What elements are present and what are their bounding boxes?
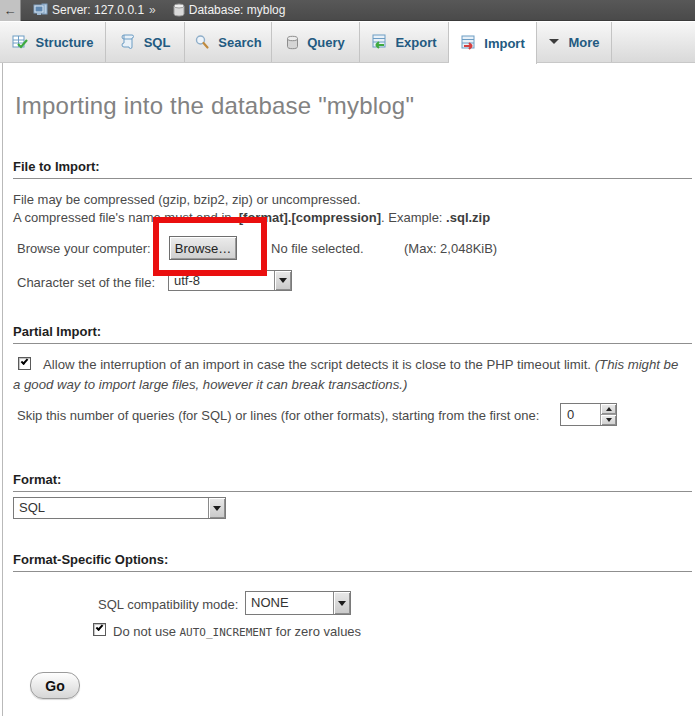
- auto-increment-checkbox[interactable]: [93, 623, 106, 636]
- server-icon: [33, 3, 48, 17]
- tab-sql[interactable]: SQL: [106, 22, 185, 62]
- tab-label: More: [568, 35, 599, 50]
- max-size-text: (Max: 2,048KiB): [404, 241, 497, 256]
- compress-info-line1: File may be compressed (gzip, bzip2, zip…: [13, 192, 361, 207]
- breadcrumb-separator: »: [149, 3, 156, 17]
- charset-select[interactable]: utf-8: [168, 270, 292, 291]
- tab-more[interactable]: More: [537, 22, 612, 62]
- browse-label: Browse your computer:: [17, 241, 151, 256]
- sql-icon: [120, 34, 136, 50]
- tab-search[interactable]: Search: [185, 22, 272, 62]
- browse-button[interactable]: Browse…: [169, 236, 237, 260]
- sql-compat-selected-value: NONE: [246, 592, 333, 614]
- section-file-to-import: File to Import:: [13, 159, 692, 179]
- tab-query[interactable]: Query: [272, 22, 360, 62]
- no-file-selected-text: No file selected.: [271, 241, 364, 256]
- database-icon: [173, 3, 185, 17]
- spin-down-button[interactable]: [601, 414, 616, 425]
- section-partial-import: Partial Import:: [13, 324, 692, 344]
- sql-compat-label: SQL compatibility mode:: [98, 597, 238, 612]
- section-format: Format:: [13, 472, 692, 492]
- search-icon: [194, 34, 210, 50]
- tab-label: Query: [307, 35, 345, 50]
- format-selected-value: SQL: [14, 498, 208, 518]
- auto-increment-label: Do not use AUTO_INCREMENT for zero value…: [113, 624, 361, 639]
- content-left-border: [2, 63, 3, 716]
- tab-label: Structure: [36, 35, 94, 50]
- tab-import[interactable]: Import: [449, 22, 537, 64]
- tab-structure[interactable]: Structure: [0, 22, 106, 62]
- phpmyadmin-import-page: ← Server: 127.0.0.1 » Database: myblog: [0, 0, 695, 716]
- structure-icon: [12, 34, 28, 50]
- tab-label: Import: [484, 36, 524, 51]
- charset-selected-value: utf-8: [169, 271, 274, 290]
- tab-export[interactable]: Export: [360, 22, 449, 62]
- tab-bar: Structure SQL Search: [0, 22, 695, 63]
- back-button[interactable]: ←: [0, 0, 21, 21]
- dropdown-arrow-icon[interactable]: [274, 271, 291, 290]
- skip-queries-label: Skip this number of queries (for SQL) or…: [17, 408, 539, 423]
- dropdown-arrow-icon[interactable]: [333, 592, 350, 614]
- skip-queries-value: 0: [561, 404, 600, 425]
- breadcrumb-server[interactable]: Server: 127.0.0.1: [52, 3, 144, 17]
- dropdown-arrow-icon[interactable]: [208, 498, 225, 518]
- charset-label: Character set of the file:: [17, 275, 155, 290]
- chevron-down-icon: [548, 38, 560, 46]
- format-select[interactable]: SQL: [13, 497, 226, 519]
- sql-compat-select[interactable]: NONE: [245, 591, 351, 615]
- query-database-icon: [286, 35, 299, 50]
- compress-info-line2: A compressed file's name must end in .[f…: [13, 210, 490, 225]
- tab-label: Export: [395, 35, 436, 50]
- tab-label: Search: [218, 35, 261, 50]
- checkmark-icon: [96, 623, 104, 631]
- tab-label: SQL: [144, 35, 171, 50]
- allow-interrupt-text: Allow the interruption of an import in c…: [13, 355, 683, 395]
- breadcrumb-bar: ← Server: 127.0.0.1 » Database: myblog: [0, 0, 695, 21]
- spin-up-button[interactable]: [601, 404, 616, 414]
- skip-queries-input[interactable]: 0: [560, 403, 617, 426]
- section-format-options: Format-Specific Options:: [13, 552, 692, 572]
- export-icon: [371, 34, 387, 50]
- breadcrumb-database[interactable]: Database: myblog: [189, 3, 286, 17]
- go-button[interactable]: Go: [30, 672, 80, 699]
- import-icon: [460, 35, 476, 51]
- page-title: Importing into the database "myblog": [15, 92, 414, 120]
